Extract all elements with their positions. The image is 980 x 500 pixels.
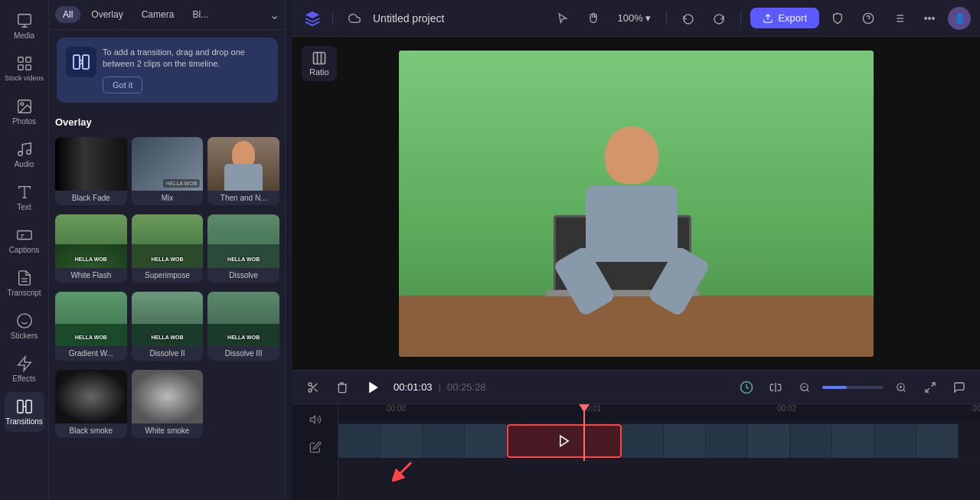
svg-marker-53 — [310, 416, 315, 423]
tracks-sidebar — [292, 404, 338, 500]
clip-frame-3[interactable] — [423, 424, 465, 458]
list-button[interactable] — [887, 6, 911, 31]
delete-button[interactable] — [331, 376, 354, 399]
transition-mix[interactable]: HELLA WOB Mix — [132, 137, 204, 205]
project-title: Untitled project — [373, 12, 544, 25]
superimpose-thumb: HELLA WOB — [132, 214, 204, 268]
transitions-panel: All Overlay Camera Bl... ⌄ To add a tran… — [49, 0, 286, 500]
transition-black-smoke[interactable]: Black smoke — [55, 370, 127, 438]
pointer-tool-button[interactable] — [550, 6, 575, 31]
sidebar-item-photos[interactable]: Photos — [5, 92, 44, 132]
svg-marker-54 — [560, 436, 569, 446]
clip-frame-7[interactable] — [706, 424, 748, 458]
preview-area: Ratio — [292, 37, 980, 370]
white-smoke-label: White smoke — [132, 423, 204, 438]
undo-button[interactable] — [676, 6, 701, 31]
sidebar-item-text[interactable]: Text — [5, 178, 44, 217]
tab-overlay[interactable]: Overlay — [83, 6, 130, 23]
white-flash-thumb: HELLA WOB — [55, 214, 127, 268]
sidebar-item-captions[interactable]: Captions — [5, 221, 44, 260]
zoom-out-button[interactable] — [793, 376, 816, 399]
play-button[interactable] — [360, 374, 387, 401]
timeline-controls: 00:01:03 | 00:25:28 — [292, 371, 980, 404]
expand-button[interactable] — [919, 376, 942, 399]
help-button[interactable] — [856, 6, 880, 31]
header-divider-1 — [332, 11, 333, 26]
sidebar-item-transitions[interactable]: Transitions — [5, 392, 44, 432]
svg-marker-42 — [369, 381, 378, 393]
track-rows — [338, 421, 980, 461]
ratio-button[interactable]: Ratio — [302, 46, 337, 81]
transition-superimpose[interactable]: HELLA WOB Superimpose — [132, 214, 204, 283]
got-it-button[interactable]: Got it — [103, 77, 142, 93]
cloud-save-button[interactable] — [342, 6, 367, 31]
split-button[interactable] — [764, 376, 787, 399]
clip-frame-4[interactable] — [465, 424, 507, 458]
sidebar-item-stock[interactable]: Stock videos — [5, 49, 44, 89]
clip-frame-11[interactable] — [874, 424, 916, 458]
clip-frame-10[interactable] — [832, 424, 874, 458]
transition-dissolve-ii[interactable]: HELLA WOB Dissolve II — [132, 292, 204, 360]
transition-then-and-n[interactable]: Then and N... — [207, 137, 279, 205]
mix-label: Mix — [132, 191, 204, 205]
transition-dissolve[interactable]: HELLA WOB Dissolve — [207, 214, 279, 283]
transition-black-fade[interactable]: Black Fade — [55, 137, 127, 205]
zoom-selector[interactable]: 100% ▾ — [612, 9, 658, 27]
more-options-button[interactable]: ••• — [917, 6, 942, 31]
tab-all[interactable]: All — [55, 6, 80, 23]
svg-point-14 — [17, 314, 31, 328]
clip-frame-1[interactable] — [338, 424, 381, 458]
section-title-overlay: Overlay — [55, 113, 279, 131]
sidebar-item-media[interactable]: Media — [5, 6, 44, 46]
black-smoke-label: Black smoke — [55, 423, 127, 438]
redo-button[interactable] — [707, 6, 731, 31]
playhead — [583, 404, 585, 461]
transition-gradient-w[interactable]: HELLA WOB Gradient W... — [55, 292, 127, 360]
main-area: Untitled project 100% ▾ Export — [292, 0, 980, 500]
tab-camera[interactable]: Camera — [134, 6, 182, 23]
gradient-w-label: Gradient W... — [55, 346, 127, 361]
tab-more-button[interactable]: ⌄ — [270, 8, 279, 22]
transition-white-smoke[interactable]: White smoke — [132, 370, 204, 438]
transition-white-flash[interactable]: HELLA WOB White Flash — [55, 214, 127, 283]
svg-point-7 — [18, 152, 22, 156]
header-divider-3 — [740, 11, 741, 26]
shield-button[interactable] — [825, 6, 850, 31]
person-torso — [586, 185, 678, 262]
panel-filter-tabs: All Overlay Camera Bl... ⌄ — [49, 0, 286, 30]
export-button[interactable]: Export — [750, 8, 819, 28]
selected-clip[interactable] — [507, 424, 622, 458]
scissors-button[interactable] — [302, 376, 325, 399]
svg-point-8 — [26, 150, 31, 155]
sidebar-item-stickers[interactable]: Stickers — [5, 306, 44, 346]
mix-thumb: HELLA WOB — [132, 137, 204, 191]
clip-frame-6[interactable] — [664, 424, 706, 458]
svg-point-37 — [309, 383, 312, 386]
sidebar-item-effects[interactable]: Effects — [5, 349, 44, 389]
svg-line-51 — [931, 383, 935, 387]
clip-frame-9[interactable] — [790, 424, 832, 458]
hand-tool-button[interactable] — [581, 6, 606, 31]
sidebar-item-transcript[interactable]: Transcript — [5, 263, 44, 303]
svg-line-48 — [903, 389, 906, 391]
svg-rect-32 — [313, 53, 325, 64]
svg-rect-11 — [17, 231, 31, 240]
zoom-in-button[interactable] — [890, 376, 913, 399]
app-logo — [302, 8, 323, 29]
then-n-thumb — [207, 137, 279, 191]
tab-bl[interactable]: Bl... — [185, 6, 216, 23]
clip-frame-5[interactable] — [622, 424, 664, 458]
video-track — [338, 421, 980, 461]
comment-button[interactable] — [948, 376, 971, 399]
transition-dissolve-iii[interactable]: HELLA WOB Dissolve III — [207, 292, 279, 360]
zoom-track[interactable] — [822, 386, 884, 389]
panel-resize-handle[interactable]: ⋮ — [286, 0, 292, 500]
clip-frame-8[interactable] — [748, 424, 790, 458]
clip-frame-2[interactable] — [381, 424, 423, 458]
overlay-grid-4: Black smoke White smoke — [55, 370, 279, 438]
sidebar-item-audio[interactable]: Audio — [5, 135, 44, 175]
sync-button[interactable] — [735, 376, 758, 399]
svg-marker-17 — [18, 357, 31, 371]
clip-frame-12[interactable] — [916, 424, 959, 458]
total-time: 00:25:28 — [447, 381, 486, 393]
